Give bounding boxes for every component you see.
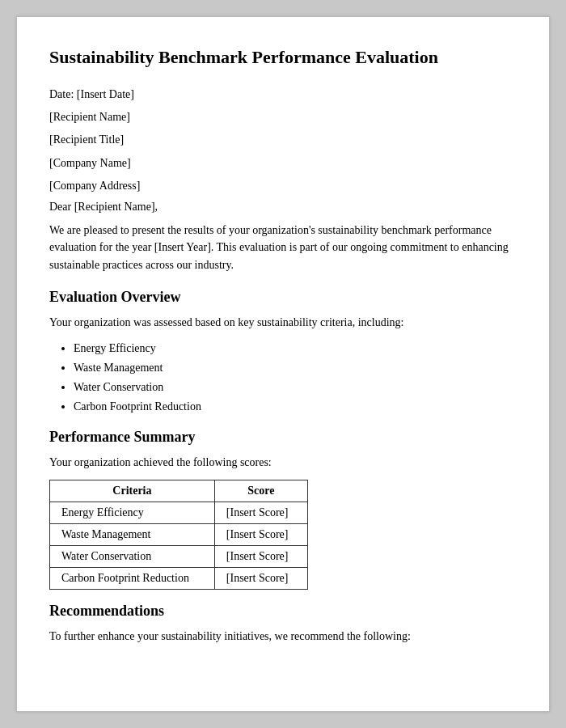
- recommendations-text: To further enhance your sustainability i…: [49, 628, 517, 645]
- column-header-criteria: Criteria: [50, 480, 215, 502]
- criteria-cell: Waste Management: [50, 524, 215, 546]
- list-item: Carbon Footprint Reduction: [74, 397, 517, 417]
- recipient-name: [Recipient Name]: [49, 108, 517, 126]
- performance-summary-heading: Performance Summary: [49, 429, 517, 446]
- criteria-cell: Energy Efficiency: [50, 502, 215, 524]
- salutation: Dear [Recipient Name],: [49, 201, 517, 214]
- performance-table: Criteria Score Energy Efficiency [Insert…: [49, 480, 308, 590]
- intro-paragraph: We are pleased to present the results of…: [49, 222, 517, 274]
- recommendations-heading: Recommendations: [49, 603, 517, 620]
- table-row: Waste Management [Insert Score]: [50, 524, 308, 546]
- column-header-score: Score: [214, 480, 307, 502]
- company-name: [Company Name]: [49, 154, 517, 172]
- table-row: Carbon Footprint Reduction [Insert Score…: [50, 568, 308, 590]
- recipient-title: [Recipient Title]: [49, 131, 517, 149]
- date-field: Date: [Insert Date]: [49, 86, 517, 104]
- score-cell: [Insert Score]: [214, 546, 307, 568]
- document-page: Sustainability Benchmark Performance Eva…: [16, 16, 550, 712]
- company-address: [Company Address]: [49, 177, 517, 195]
- evaluation-overview-text: Your organization was assessed based on …: [49, 314, 517, 332]
- table-header-row: Criteria Score: [50, 480, 308, 502]
- evaluation-overview-heading: Evaluation Overview: [49, 289, 517, 306]
- list-item: Energy Efficiency: [74, 339, 517, 358]
- page-title: Sustainability Benchmark Performance Eva…: [49, 46, 517, 70]
- table-row: Energy Efficiency [Insert Score]: [50, 502, 308, 524]
- score-cell: [Insert Score]: [214, 502, 307, 524]
- list-item: Water Conservation: [74, 378, 517, 397]
- score-cell: [Insert Score]: [214, 568, 307, 590]
- score-cell: [Insert Score]: [214, 524, 307, 546]
- recommendations-section: Recommendations To further enhance your …: [49, 603, 517, 645]
- performance-summary-text: Your organization achieved the following…: [49, 454, 517, 472]
- criteria-list: Energy Efficiency Waste Management Water…: [49, 339, 517, 416]
- table-row: Water Conservation [Insert Score]: [50, 546, 308, 568]
- criteria-cell: Water Conservation: [50, 546, 215, 568]
- list-item: Waste Management: [74, 358, 517, 378]
- criteria-cell: Carbon Footprint Reduction: [50, 568, 215, 590]
